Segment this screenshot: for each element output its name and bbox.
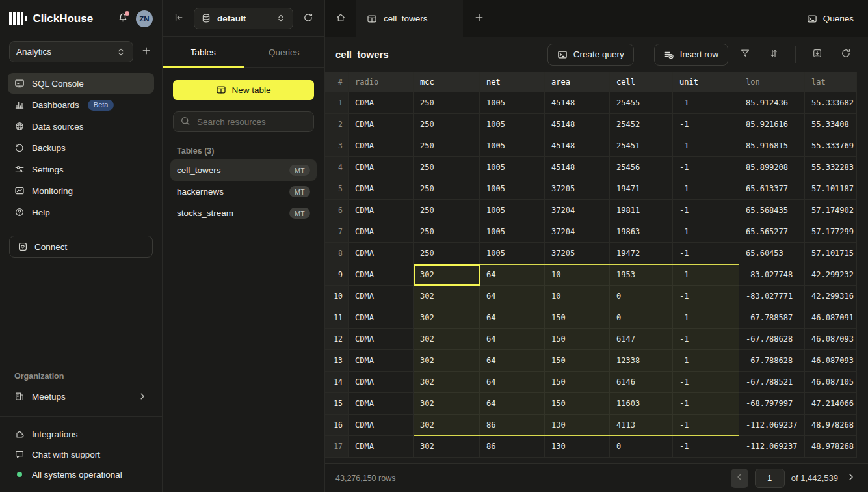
table-cell[interactable]: 85.916815 — [739, 135, 805, 157]
table-cell[interactable]: -67.788521 — [739, 372, 805, 393]
sidebar-item-monitoring[interactable]: Monitoring — [8, 180, 154, 201]
column-header-unit[interactable]: unit — [673, 72, 739, 92]
row-number[interactable]: 3 — [325, 135, 349, 157]
table-cell[interactable]: CDMA — [349, 114, 414, 135]
table-cell[interactable]: 302 — [414, 329, 480, 350]
column-header-area[interactable]: area — [545, 72, 610, 92]
table-cell[interactable]: 46.087091 — [805, 307, 857, 329]
refresh-resources-button[interactable] — [302, 11, 315, 26]
table-cell[interactable]: -67.788587 — [739, 307, 805, 329]
add-workspace-button[interactable] — [140, 44, 153, 59]
table-cell[interactable]: 1005 — [480, 135, 545, 157]
table-cell[interactable]: CDMA — [349, 286, 414, 307]
table-cell[interactable]: 302 — [414, 393, 480, 415]
table-cell[interactable]: 57.101715 — [805, 243, 857, 264]
table-cell[interactable]: 45148 — [545, 157, 610, 178]
column-header-lon[interactable]: lon — [739, 72, 805, 92]
table-cell[interactable]: -1 — [673, 415, 739, 436]
table-cell[interactable]: CDMA — [349, 415, 414, 436]
column-header-mcc[interactable]: mcc — [414, 72, 480, 92]
table-cell[interactable]: 130 — [545, 436, 610, 458]
collapse-panel-button[interactable] — [172, 11, 185, 26]
sort-button[interactable] — [762, 44, 785, 66]
new-tab-button[interactable] — [463, 0, 495, 37]
table-cell[interactable]: 37205 — [545, 178, 610, 200]
table-cell[interactable]: CDMA — [349, 436, 414, 458]
column-header-radio[interactable]: radio — [349, 72, 414, 92]
column-header-row-number[interactable]: # — [325, 72, 349, 92]
table-cell[interactable]: -1 — [673, 264, 739, 286]
sidebar-item-meetups[interactable]: Meetups — [8, 386, 154, 407]
home-button[interactable] — [325, 0, 356, 37]
table-cell[interactable]: 1005 — [480, 92, 545, 114]
table-cell[interactable]: 10 — [545, 286, 610, 307]
table-cell[interactable]: -1 — [673, 200, 739, 221]
table-cell[interactable]: CDMA — [349, 372, 414, 393]
table-cell[interactable]: -1 — [673, 286, 739, 307]
table-cell[interactable]: 47.214066 — [805, 393, 857, 415]
row-number[interactable]: 14 — [325, 372, 349, 393]
row-number[interactable]: 10 — [325, 286, 349, 307]
table-cell[interactable]: -1 — [673, 436, 739, 458]
table-cell[interactable]: 48.978268 — [805, 436, 857, 458]
table-cell[interactable]: 250 — [414, 200, 480, 221]
table-cell[interactable]: 302 — [414, 372, 480, 393]
table-cell[interactable]: 37205 — [545, 243, 610, 264]
table-cell[interactable]: -1 — [673, 372, 739, 393]
table-cell[interactable]: 42.299232 — [805, 264, 857, 286]
table-list-item-hackernews[interactable]: hackernewsMT — [170, 181, 317, 202]
table-cell[interactable]: 19863 — [610, 221, 673, 243]
column-header-net[interactable]: net — [480, 72, 545, 92]
sidebar-item-help[interactable]: Help — [8, 202, 154, 223]
table-cell[interactable]: 250 — [414, 114, 480, 135]
table-cell[interactable]: 45148 — [545, 92, 610, 114]
database-select[interactable]: default — [194, 8, 293, 29]
table-cell[interactable]: CDMA — [349, 178, 414, 200]
table-cell[interactable]: 48.978268 — [805, 415, 857, 436]
table-cell[interactable]: 150 — [545, 350, 610, 372]
new-table-button[interactable]: New table — [173, 80, 314, 100]
table-cell[interactable]: CDMA — [349, 307, 414, 329]
workspace-select[interactable]: Analytics — [9, 41, 133, 62]
table-cell[interactable]: 55.33408 — [805, 114, 857, 135]
table-list-item-stocks-stream[interactable]: stocks_streamMT — [170, 202, 317, 224]
system-status[interactable]: All systems operational — [8, 465, 154, 484]
table-cell[interactable]: -68.797997 — [739, 393, 805, 415]
table-cell[interactable]: 85.921616 — [739, 114, 805, 135]
prev-page-button[interactable] — [731, 469, 748, 488]
table-cell[interactable]: 85.912436 — [739, 92, 805, 114]
sidebar-item-integrations[interactable]: Integrations — [8, 424, 154, 444]
table-cell[interactable]: 19471 — [610, 178, 673, 200]
table-cell[interactable]: 302 — [414, 286, 480, 307]
row-number[interactable]: 16 — [325, 415, 349, 436]
doc-tab-cell-towers[interactable]: cell_towers — [356, 0, 463, 37]
table-cell[interactable]: 4113 — [610, 415, 673, 436]
table-cell[interactable]: 25456 — [610, 157, 673, 178]
row-number[interactable]: 1 — [325, 92, 349, 114]
table-cell[interactable]: -1 — [673, 307, 739, 329]
table-cell[interactable]: 0 — [610, 436, 673, 458]
table-cell[interactable]: 250 — [414, 221, 480, 243]
sidebar-item-data-sources[interactable]: Data sources — [8, 116, 154, 137]
row-number[interactable]: 17 — [325, 436, 349, 458]
table-cell[interactable]: CDMA — [349, 329, 414, 350]
table-cell[interactable]: 6146 — [610, 372, 673, 393]
table-cell[interactable]: -1 — [673, 92, 739, 114]
table-cell[interactable]: -67.788628 — [739, 329, 805, 350]
table-cell[interactable]: 250 — [414, 157, 480, 178]
brand[interactable]: ClickHouse — [9, 12, 93, 25]
table-cell[interactable]: 46.087093 — [805, 350, 857, 372]
table-cell[interactable]: 57.101187 — [805, 178, 857, 200]
table-cell[interactable]: 302 — [414, 350, 480, 372]
tab-tables[interactable]: Tables — [163, 37, 244, 67]
table-cell[interactable]: CDMA — [349, 92, 414, 114]
table-cell[interactable]: 6147 — [610, 329, 673, 350]
table-cell[interactable]: -83.027748 — [739, 264, 805, 286]
next-page-button[interactable] — [845, 471, 858, 485]
table-cell[interactable]: 1005 — [480, 200, 545, 221]
row-number[interactable]: 15 — [325, 393, 349, 415]
avatar[interactable]: ZN — [136, 10, 153, 27]
table-cell[interactable]: 10 — [545, 264, 610, 286]
table-cell[interactable]: 150 — [545, 393, 610, 415]
table-cell[interactable]: CDMA — [349, 393, 414, 415]
